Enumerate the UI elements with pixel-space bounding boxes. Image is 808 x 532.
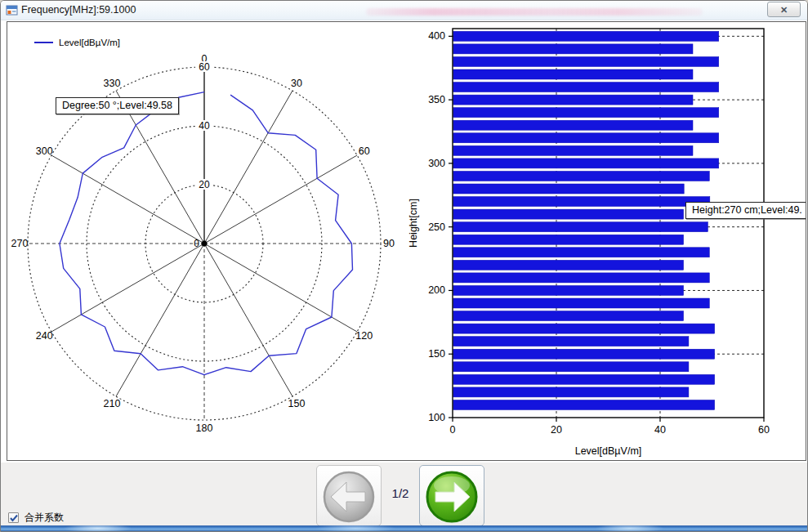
taskbar-edge: [1, 525, 807, 531]
page-indicator: 1/2: [383, 486, 417, 500]
svg-text:150: 150: [288, 398, 306, 409]
svg-text:180: 180: [196, 422, 213, 434]
svg-text:0: 0: [194, 238, 199, 249]
next-arrow-icon: [424, 469, 480, 525]
merge-coefficient-checkbox[interactable]: [8, 512, 19, 523]
svg-text:20: 20: [199, 179, 210, 190]
prev-page-button[interactable]: [316, 465, 382, 526]
close-button[interactable]: ✕: [767, 2, 801, 17]
svg-text:300: 300: [428, 158, 445, 169]
svg-text:270: 270: [11, 238, 29, 249]
svg-text:0: 0: [450, 424, 456, 436]
svg-text:330: 330: [104, 78, 121, 89]
svg-text:40: 40: [654, 424, 666, 436]
svg-text:60: 60: [199, 61, 210, 73]
window-title: Frequency[MHz]:59.1000: [21, 4, 136, 16]
bar-chart[interactable]: 1001502002503003504000204060Level[dBµV/m…: [391, 22, 806, 461]
prev-arrow-icon: [321, 469, 377, 525]
svg-text:40: 40: [199, 120, 210, 132]
svg-text:200: 200: [428, 284, 445, 296]
bottom-bar: 1/2 合并系数: [1, 463, 808, 528]
svg-text:400: 400: [428, 30, 445, 42]
svg-text:Height[cm]: Height[cm]: [408, 199, 419, 248]
background-window-artifact: [366, 8, 703, 16]
charts-panel: Level[dBµV/m] 03060901201501802102402703…: [7, 21, 806, 461]
svg-text:210: 210: [104, 398, 121, 409]
check-icon: [9, 513, 19, 523]
svg-text:120: 120: [355, 330, 373, 342]
svg-text:30: 30: [291, 78, 302, 89]
svg-text:150: 150: [428, 348, 445, 360]
close-icon: ✕: [780, 5, 788, 15]
svg-text:100: 100: [428, 412, 445, 423]
svg-text:20: 20: [551, 424, 562, 436]
bar-tooltip: Height:270 cm;Level:49.: [685, 202, 806, 219]
polar-chart[interactable]: 03060901201501802102402703003302040600: [7, 22, 400, 461]
merge-coefficient-option[interactable]: 合并系数: [8, 511, 64, 525]
svg-text:250: 250: [428, 221, 445, 233]
svg-text:60: 60: [758, 424, 770, 436]
svg-text:350: 350: [428, 94, 445, 105]
frequency-dialog-window: Frequency[MHz]:59.1000 ✕ Level[dBµV/m] 0…: [0, 0, 808, 532]
svg-text:Level[dBµV/m]: Level[dBµV/m]: [575, 445, 642, 457]
next-page-button[interactable]: [419, 465, 484, 526]
app-icon: [6, 4, 18, 16]
polar-tooltip: Degree:50 °;Level:49.58: [56, 97, 179, 114]
checkbox-label: 合并系数: [25, 511, 64, 525]
svg-text:240: 240: [36, 330, 53, 342]
svg-text:60: 60: [359, 145, 370, 157]
svg-text:300: 300: [36, 145, 53, 157]
